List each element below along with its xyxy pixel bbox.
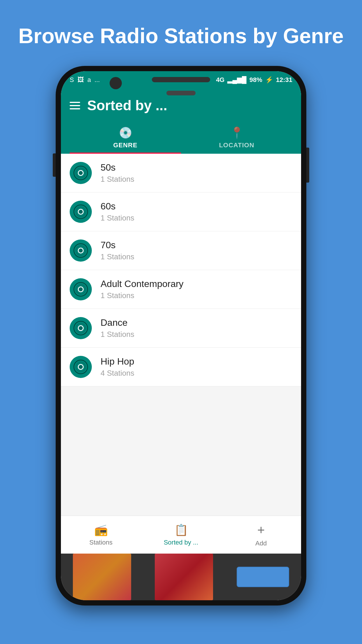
list-item[interactable]: Hip Hop 4 Stations	[61, 348, 301, 386]
home-button-bar	[166, 91, 196, 95]
clock: 12:31	[276, 76, 292, 84]
genre-stations-60s: 1 Stations	[101, 214, 134, 223]
bottom-thumb-2	[155, 554, 213, 600]
genre-icon-60s	[70, 201, 92, 223]
genre-text-dance: Dance 1 Stations	[101, 317, 134, 339]
list-item[interactable]: 50s 1 Stations	[61, 154, 301, 192]
bottom-navigation: 📻 Stations 📋 Sorted by ... + Add	[61, 516, 301, 554]
list-item[interactable]: Dance 1 Stations	[61, 309, 301, 348]
genre-icon-50s	[70, 162, 92, 184]
vinyl-disc-50s	[73, 166, 88, 180]
list-item[interactable]: 70s 1 Stations	[61, 231, 301, 270]
list-item[interactable]: Adult Contemporary 1 Stations	[61, 270, 301, 309]
sorted-by-nav-icon: 📋	[174, 524, 188, 536]
speaker	[152, 77, 210, 82]
bottom-nav-sorted-by[interactable]: 📋 Sorted by ...	[141, 524, 221, 546]
bottom-nav-stations[interactable]: 📻 Stations	[61, 524, 141, 546]
location-tab-label: LOCATION	[219, 141, 254, 149]
bottom-thumb-1	[73, 554, 131, 600]
vinyl-disc-70s	[73, 243, 88, 258]
genre-tab-underline	[70, 153, 181, 154]
battery-percent: 98%	[249, 76, 262, 84]
battery-icon: ⚡	[265, 76, 273, 84]
add-nav-label: Add	[255, 540, 267, 547]
hamburger-line-3	[70, 108, 80, 109]
genre-stations-dance: 1 Stations	[101, 330, 134, 339]
volume-button	[53, 153, 56, 177]
tab-genre[interactable]: 💿 GENRE	[70, 120, 181, 154]
network-type: 4G	[216, 76, 224, 84]
hamburger-line-2	[70, 105, 80, 106]
tab-location[interactable]: 📍 LOCATION	[181, 120, 292, 154]
genre-text-70s: 70s 1 Stations	[101, 240, 134, 261]
hamburger-menu-button[interactable]	[70, 102, 80, 109]
genre-icon-70s	[70, 239, 92, 262]
vinyl-disc-dance	[73, 321, 88, 335]
genre-icon-adult-contemporary	[70, 278, 92, 300]
power-button	[306, 148, 309, 183]
bottom-blue-button[interactable]	[237, 567, 289, 587]
page-title: Browse Radio Stations by Genre	[1, 23, 361, 48]
outer-wrapper: Browse Radio Stations by Genre S 🖼 a ...…	[0, 0, 362, 644]
app-bar: Sorted by ... 💿 GENRE 📍 LOCATION	[61, 89, 301, 154]
tabs-row: 💿 GENRE 📍 LOCATION	[70, 120, 292, 154]
genre-tab-label: GENRE	[113, 141, 137, 149]
hamburger-line-1	[70, 102, 80, 103]
genre-text-hip-hop: Hip Hop 4 Stations	[101, 356, 134, 378]
sorted-by-nav-label: Sorted by ...	[164, 539, 198, 546]
genre-icon-dance	[70, 317, 92, 339]
location-tab-icon: 📍	[230, 126, 244, 139]
genre-stations-50s: 1 Stations	[101, 175, 134, 184]
vinyl-disc-60s	[73, 204, 88, 219]
bottom-nav-add[interactable]: + Add	[221, 523, 301, 547]
notification-icon-img: 🖼	[78, 76, 84, 84]
phone-frame: S 🖼 a ... 4G ▂▄▆█ 98% ⚡ 12:31	[56, 66, 306, 606]
list-item[interactable]: 60s 1 Stations	[61, 192, 301, 231]
genre-name-dance: Dance	[101, 317, 134, 328]
app-bar-title-row: Sorted by ...	[70, 97, 292, 120]
status-right-info: 4G ▂▄▆█ 98% ⚡ 12:31	[216, 76, 292, 84]
status-left-icons: S 🖼 a ...	[70, 76, 100, 84]
genre-text-adult-contemporary: Adult Contemporary 1 Stations	[101, 279, 184, 300]
genre-text-60s: 60s 1 Stations	[101, 201, 134, 223]
phone-screen: S 🖼 a ... 4G ▂▄▆█ 98% ⚡ 12:31	[61, 71, 301, 600]
signal-bars: ▂▄▆█	[227, 76, 246, 84]
stations-nav-label: Stations	[89, 539, 113, 546]
notification-icon-s: S	[70, 76, 74, 84]
genre-stations-70s: 1 Stations	[101, 252, 134, 261]
genre-name-adult-contemporary: Adult Contemporary	[101, 279, 184, 289]
genre-list: 50s 1 Stations 60s 1 Stations	[61, 154, 301, 516]
add-nav-icon: +	[257, 523, 265, 537]
bottom-thumbnails-strip	[61, 554, 301, 600]
genre-name-70s: 70s	[101, 240, 134, 251]
notification-icon-a: a	[87, 76, 91, 84]
genre-icon-hip-hop	[70, 356, 92, 378]
app-bar-title: Sorted by ...	[87, 97, 167, 113]
stations-nav-icon: 📻	[94, 524, 108, 536]
genre-tab-icon: 💿	[119, 126, 132, 139]
genre-stations-hip-hop: 4 Stations	[101, 369, 134, 378]
genre-name-60s: 60s	[101, 201, 134, 212]
notification-more: ...	[94, 76, 100, 84]
genre-text-50s: 50s 1 Stations	[101, 162, 134, 184]
vinyl-disc-adult-contemporary	[73, 282, 88, 297]
genre-name-50s: 50s	[101, 162, 134, 173]
genre-stations-adult-contemporary: 1 Stations	[101, 291, 184, 300]
genre-name-hip-hop: Hip Hop	[101, 356, 134, 367]
vinyl-disc-hip-hop	[73, 360, 88, 374]
